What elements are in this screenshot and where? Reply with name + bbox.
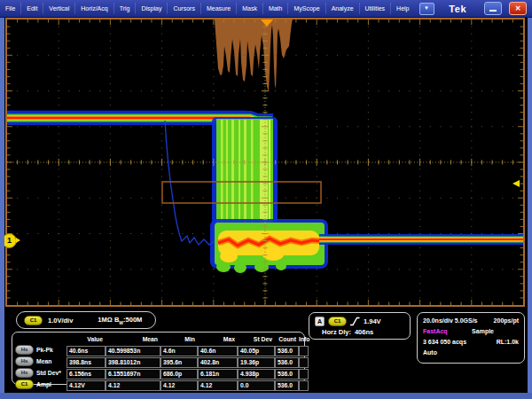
meas-row-label: Hs Std Dev*	[15, 368, 66, 378]
rising-edge-icon	[350, 317, 360, 326]
meas-cell: 536.0	[275, 346, 299, 356]
menu-cursors[interactable]: Cursors	[168, 3, 201, 14]
close-icon: ✕	[515, 5, 521, 12]
col-header-stdev: St Dev	[238, 334, 275, 345]
meas-cell: 4.938p	[238, 369, 275, 379]
meas-cell	[299, 346, 309, 356]
meas-cell: 4.6n	[160, 346, 198, 356]
menu-dropdown-button[interactable]: ▼	[419, 3, 434, 15]
meas-cell: 4.12	[106, 380, 160, 391]
horz-delay-label: Horz Dly:	[322, 328, 351, 336]
trigger-source-badge[interactable]: C1	[328, 317, 347, 326]
meas-cell: 398.8ns	[66, 357, 106, 368]
oscilloscope-screen: { "window": { "logo": "Tek" }, "icons": …	[0, 0, 532, 399]
meas-cell: 0.0	[238, 380, 275, 391]
menu-display[interactable]: Display	[136, 3, 168, 14]
record-length: RL:1.0k	[497, 337, 519, 348]
menu-analyze[interactable]: Analyze	[326, 3, 360, 14]
meas-row-label: C1 Ampl	[15, 379, 66, 389]
chevron-down-icon: ▼	[424, 5, 429, 11]
menu-edit[interactable]: Edit	[21, 3, 43, 14]
meas-cell: 536.0	[275, 357, 299, 368]
histogram-source-badge[interactable]: Hs	[15, 368, 34, 378]
col-header-mean: Mean	[106, 334, 160, 345]
meas-row-label: Hs Pk-Pk	[15, 345, 66, 355]
meas-cell: 6.1551697n	[106, 369, 160, 379]
meas-cell	[299, 369, 309, 379]
graticule-crosshair	[7, 20, 523, 305]
histogram-source-badge[interactable]: Hs	[15, 356, 34, 366]
trigger-level-value: 1.94V	[364, 317, 381, 325]
meas-cell: 40.05p	[238, 346, 275, 356]
menu-trig[interactable]: Trig	[114, 3, 137, 14]
meas-row-label: Hs Mean	[15, 356, 66, 366]
meas-cell: 4.12V	[66, 380, 106, 391]
resolution-value: 200ps/pt	[494, 316, 519, 326]
measurement-table-panel: Value Mean Min Max St Dev Count Info Hs …	[12, 332, 305, 385]
trigger-readout-panel[interactable]: A C1 1.94V Horz Dly: 406ns	[309, 312, 411, 340]
menu-measure[interactable]: Measure	[201, 3, 237, 14]
window-border-left	[0, 17, 4, 399]
meas-cell: 19.36p	[238, 357, 275, 368]
timebase-value: 20.0ns/div 5.0GS/s	[423, 316, 478, 326]
tek-logo: Tek	[449, 4, 466, 14]
col-header-info: Info	[299, 334, 309, 345]
window-border-right	[528, 17, 532, 399]
minimize-icon	[489, 10, 497, 12]
menu-help[interactable]: Help	[391, 3, 414, 14]
channel1-badge[interactable]: C1	[24, 316, 43, 325]
meas-cell: 395.6n	[160, 357, 198, 368]
col-header-value: Value	[66, 334, 106, 345]
trace-low-level-noise	[210, 219, 328, 273]
close-button[interactable]: ✕	[509, 2, 527, 15]
meas-cell	[299, 380, 309, 391]
col-header-count: Count	[275, 334, 299, 345]
channel1-impedance-bw: 1MΩ BW:500M	[98, 316, 142, 325]
col-header-max: Max	[198, 334, 238, 345]
acq-mode: Sample	[472, 326, 494, 337]
meas-cell: 402.8n	[198, 357, 238, 368]
meas-cell: 536.0	[275, 369, 299, 379]
trigger-a-badge: A	[315, 317, 325, 326]
trace-rare-event	[165, 121, 215, 245]
meas-cell: 40.599853n	[106, 346, 160, 356]
channel1-source-badge[interactable]: C1	[15, 379, 34, 389]
measurement-table: Value Mean Min Max St Dev Count Info Hs …	[15, 334, 301, 391]
menu-horiz-acq[interactable]: Horiz/Acq	[75, 3, 113, 14]
titlebar-right: Tek ✕	[449, 2, 532, 15]
menu-bar: File Edit Vertical Horiz/Acq Trig Displa…	[0, 0, 532, 18]
meas-cell: 536.0	[275, 380, 299, 391]
horz-delay-value: 406ns	[355, 328, 373, 336]
meas-cell: 4.12	[160, 380, 198, 391]
menu-vertical[interactable]: Vertical	[43, 3, 75, 14]
time-histogram	[215, 20, 293, 92]
acq-count: 3 634 050 acqs	[423, 337, 466, 348]
col-header-min: Min	[160, 334, 198, 345]
channel1-arrow-icon	[16, 238, 20, 243]
channel1-readout-panel[interactable]: C1 1.0V/div 1MΩ BW:500M	[16, 311, 156, 329]
menu-myscope[interactable]: MyScope	[288, 3, 325, 14]
menu-mask[interactable]: Mask	[237, 3, 263, 14]
meas-cell: 4.12	[198, 380, 238, 391]
histogram-source-badge[interactable]: Hs	[15, 345, 34, 355]
trigger-mode: Auto	[423, 348, 437, 358]
meas-cell: 6.156ns	[66, 369, 106, 379]
graticule	[5, 18, 525, 307]
fastacq-status: FastAcq	[423, 326, 448, 337]
meas-cell: 40.6ns	[66, 346, 106, 356]
menu-math[interactable]: Math	[263, 3, 289, 14]
minimize-button[interactable]	[484, 2, 502, 15]
trigger-level-marker[interactable]	[512, 180, 520, 187]
acquisition-readout-panel[interactable]: 20.0ns/div 5.0GS/s 200ps/pt FastAcq Samp…	[417, 312, 525, 364]
meas-cell: 6.181n	[198, 369, 238, 379]
meas-cell: 398.81012n	[106, 357, 160, 368]
meas-cell: 40.6n	[198, 346, 238, 356]
meas-cell: 686.0p	[160, 369, 198, 379]
channel1-scale: 1.0V/div	[48, 317, 73, 325]
window-border-bottom	[0, 393, 532, 399]
menu-file[interactable]: File	[0, 3, 21, 14]
waveform-display	[7, 20, 523, 305]
meas-cell	[299, 357, 309, 368]
menu-utilities[interactable]: Utilities	[360, 3, 392, 14]
